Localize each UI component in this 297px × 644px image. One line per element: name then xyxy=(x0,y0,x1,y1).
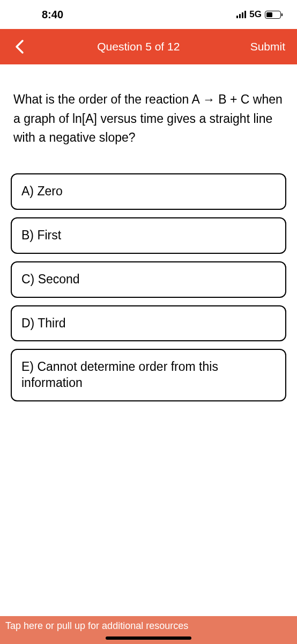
answer-option-e[interactable]: E) Cannot determine order from this info… xyxy=(11,349,286,401)
header-bar: Question 5 of 12 Submit xyxy=(0,29,297,64)
network-label: 5G xyxy=(249,9,262,20)
signal-icon xyxy=(236,11,246,18)
answer-option-d[interactable]: D) Third xyxy=(11,305,286,342)
question-counter: Question 5 of 12 xyxy=(97,40,180,53)
resources-bar[interactable]: Tap here or pull up for additional resou… xyxy=(0,616,297,644)
resources-label: Tap here or pull up for additional resou… xyxy=(5,620,188,632)
answer-option-a[interactable]: A) Zero xyxy=(11,173,286,210)
status-indicators: 5G xyxy=(236,9,281,20)
status-time: 8:40 xyxy=(20,9,63,21)
battery-icon xyxy=(265,11,281,19)
chevron-left-icon xyxy=(14,39,24,54)
submit-button[interactable]: Submit xyxy=(250,40,285,53)
answers-list: A) Zero B) First C) Second D) Third E) C… xyxy=(0,164,297,401)
status-bar: 8:40 5G xyxy=(0,0,297,29)
home-indicator[interactable] xyxy=(106,636,191,640)
back-button[interactable] xyxy=(12,39,27,54)
answer-option-c[interactable]: C) Second xyxy=(11,261,286,298)
question-text: What is the order of the reaction A → B … xyxy=(0,64,297,164)
answer-option-b[interactable]: B) First xyxy=(11,217,286,254)
